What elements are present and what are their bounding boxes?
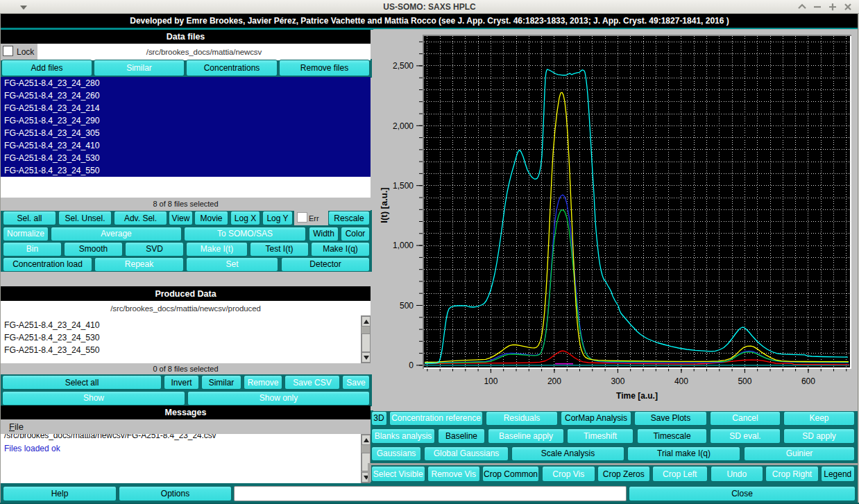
svg-text:500: 500: [400, 301, 414, 311]
svg-text:600: 600: [801, 376, 815, 386]
svg-text:300: 300: [611, 376, 624, 386]
svg-text:I(t) [a.u.]: I(t) [a.u.]: [379, 187, 389, 223]
svg-text:400: 400: [674, 376, 688, 386]
svg-text:2,000: 2,000: [393, 121, 414, 131]
svg-text:100: 100: [484, 376, 497, 386]
svg-text:200: 200: [547, 376, 561, 386]
svg-text:1,000: 1,000: [393, 241, 414, 250]
svg-text:2,500: 2,500: [393, 61, 414, 71]
svg-text:500: 500: [738, 376, 751, 386]
svg-text:1,500: 1,500: [393, 181, 414, 191]
svg-text:0: 0: [409, 360, 414, 370]
svg-text:Time [a.u.]: Time [a.u.]: [616, 391, 658, 401]
